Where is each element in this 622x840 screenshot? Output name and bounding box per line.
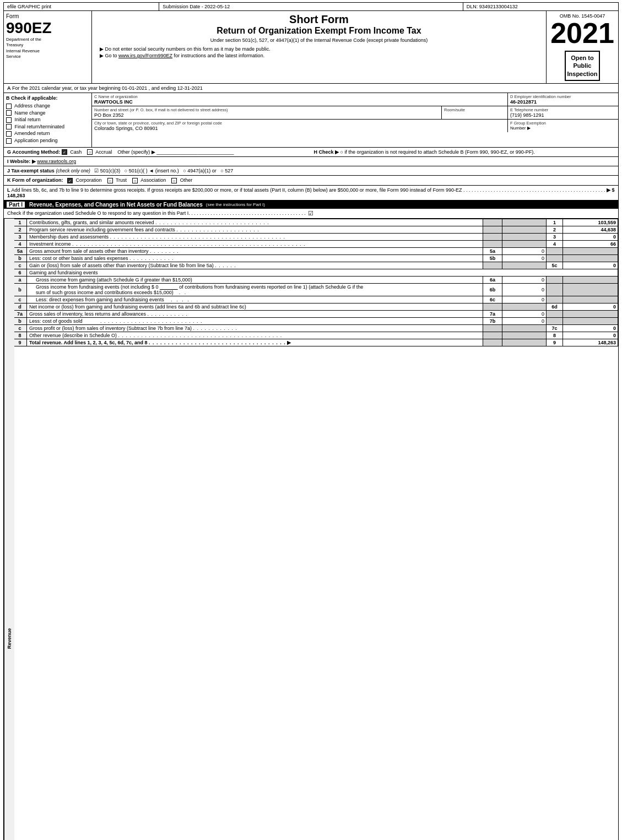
sub-num-5a: 5a [483, 247, 502, 254]
initial-return-label: Initial return [15, 117, 41, 122]
desc-9: Total revenue. Add lines 1, 2, 3, 4, 5c,… [27, 339, 483, 346]
section-a-label: A [7, 85, 11, 91]
ein-cell: D Employer identification number 46-2012… [508, 93, 618, 106]
table-row: b Less: cost or other basis and sales ex… [13, 254, 618, 262]
cash-checkbox[interactable]: ✓ [62, 149, 67, 155]
other-org-label: Other [180, 177, 193, 183]
table-row: c Less: direct expenses from gaming and … [13, 296, 618, 303]
insert-no: ) ◄ (insert no.) [146, 168, 179, 174]
sub-num-blank [483, 219, 502, 226]
e-label: E Telephone number [510, 107, 616, 112]
address-row: Number and street (or P. O. box, if mail… [92, 106, 618, 120]
phone-cell: E Telephone number (719) 985-1291 [508, 106, 618, 119]
desc-4: Investment income . . . . . . . . . . . … [27, 240, 483, 247]
right-num-9: 9 [547, 339, 563, 346]
room-label: Room/suite [444, 107, 505, 112]
application-pending-checkbox[interactable] [6, 138, 12, 144]
sub-num-5b: 5b [483, 254, 502, 262]
sub-amt-blank [502, 219, 547, 226]
table-row: b Less: cost of goods sold . . . . . . .… [13, 317, 618, 324]
amount-2: 44,638 [563, 226, 618, 233]
efile-label: efile GRAPHIC print [4, 3, 159, 10]
part-i-title: Revenue, Expenses, and Changes in Net As… [29, 202, 203, 208]
check-col: B Check if applicable: Address change Na… [4, 93, 92, 147]
org-name-cell: C Name of organization RAWTOOLS INC [92, 93, 508, 106]
table-row: 8 Other revenue (describe in Schedule O)… [13, 332, 618, 339]
sub-amt-6b: 0 [502, 283, 547, 296]
org-name-row: C Name of organization RAWTOOLS INC D Em… [92, 93, 618, 106]
accrual-checkbox[interactable]: ○ [87, 149, 93, 155]
line-num-6b: b [13, 283, 27, 296]
right-num-6d: 6d [547, 303, 563, 310]
sub-num-7b: 7b [483, 317, 502, 324]
table-row: 3 Membership dues and assessments . . . … [13, 233, 618, 240]
address-change-checkbox[interactable] [6, 104, 12, 109]
room-cell: Room/suite [442, 106, 508, 119]
initial-return-checkbox[interactable] [6, 117, 12, 123]
amended-return-row: Amended return [6, 131, 89, 137]
right-num-4: 4 [547, 240, 563, 247]
j-label: J Tax-exempt status [7, 168, 55, 174]
k-label: K Form of organization: [7, 177, 63, 183]
website-url[interactable]: www.rawtools.org [37, 159, 76, 164]
desc-6: Gaming and fundraising events [27, 269, 618, 276]
part-i-check-line: Check if the organization used Schedule … [3, 209, 619, 219]
main-header: Form 990EZ Department of the Treasury In… [3, 11, 619, 84]
d-label: D Employer identification number [510, 94, 616, 99]
check-line-dots: . . . . . . . . . . . . . . . . . . . . … [188, 210, 306, 216]
amended-return-checkbox[interactable] [6, 131, 12, 137]
website-section: I Website: ▶ www.rawtools.org [3, 157, 619, 166]
name-change-label: Name change [15, 110, 46, 116]
form-title-area: Short Form Return of Organization Exempt… [92, 11, 547, 83]
other-org-checkbox[interactable]: ○ [171, 178, 177, 183]
address-value: PO Box 2352 [94, 112, 439, 118]
table-row: b Gross income from fundraising events (… [13, 283, 618, 296]
line-num-7a: 7a [13, 310, 27, 317]
amount-8: 0 [563, 332, 618, 339]
revenue-table: 1 Contributions, gifts, grants, and simi… [13, 219, 618, 346]
c-label: C Name of organization [94, 94, 505, 99]
name-change-checkbox[interactable] [6, 110, 12, 116]
h-text: ○ if the organization is not required to… [340, 149, 535, 155]
accounting-right: H Check ▶ ○ if the organization is not r… [314, 149, 615, 155]
amount-6d: 0 [563, 303, 618, 310]
corp-checkbox[interactable]: ✓ [67, 178, 73, 183]
address-cell: Number and street (or P. O. box, if mail… [92, 106, 442, 119]
status-501c3: ☑ 501(c)(3) [94, 168, 120, 174]
line-num-2: 2 [13, 226, 27, 233]
check-line-box[interactable]: ☑ [308, 210, 313, 217]
final-return-row: Final return/terminated [6, 124, 89, 130]
part-i-title-note: (see the instructions for Part I) [206, 202, 265, 207]
irs-link[interactable]: www.irs.gov/Form990EZ [118, 53, 172, 58]
revenue-table-content: 1 Contributions, gifts, grants, and simi… [13, 219, 618, 840]
application-pending-row: Application pending [6, 138, 89, 144]
name-change-row: Name change [6, 110, 89, 116]
address-label: Number and street (or P. O. box, if mail… [94, 107, 439, 112]
l-label: L [7, 187, 10, 193]
group-cell: F Group Exemption Number ▶ [508, 120, 618, 132]
corp-label: Corporation [76, 177, 102, 183]
revenue-side-label: Revenue [4, 219, 13, 840]
i-label: I Website: ▶ [7, 159, 36, 164]
desc-6a: Gross income from gaming (attach Schedul… [27, 276, 483, 283]
desc-6d: Net income or (loss) from gaming and fun… [27, 303, 483, 310]
ein: 46-2012871 [510, 99, 616, 105]
desc-7a: Gross sales of inventory, less returns a… [27, 310, 483, 317]
bullet2: ▶ Go to www.irs.gov/Form990EZ for instru… [94, 53, 544, 58]
trust-checkbox[interactable]: ○ [107, 178, 113, 183]
org-details: C Name of organization RAWTOOLS INC D Em… [92, 93, 618, 147]
status-501c: ○ 501(c)( [125, 168, 144, 174]
table-row: a Gross income from gaming (attach Sched… [13, 276, 618, 283]
h-label: H Check ▶ [314, 149, 339, 155]
sub-num-6c: 6c [483, 296, 502, 303]
dln: DLN: 93492133004132 [463, 3, 618, 10]
f-label2: Number ▶ [510, 126, 616, 131]
accounting-section: G Accounting Method: ✓ Cash ○ Accrual Ot… [3, 148, 619, 158]
f-label: F Group Exemption [510, 121, 616, 126]
final-return-checkbox[interactable] [6, 124, 12, 129]
assoc-checkbox[interactable]: ○ [132, 178, 138, 183]
sub-num-6a: 6a [483, 276, 502, 283]
desc-2: Program service revenue including govern… [27, 226, 483, 233]
check-line-text: Check if the organization used Schedule … [7, 210, 188, 216]
amended-return-label: Amended return [14, 131, 50, 136]
